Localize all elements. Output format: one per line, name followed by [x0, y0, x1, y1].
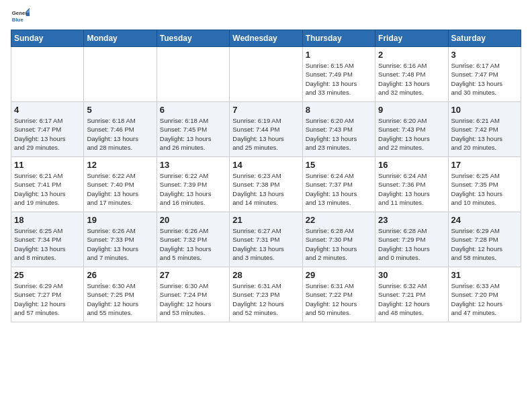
day-number: 26	[87, 270, 153, 280]
day-number: 6	[160, 105, 226, 115]
header: General Blue	[11, 7, 521, 26]
calendar-day-header: Thursday	[302, 30, 375, 47]
calendar-day-cell: 11Sunrise: 6:21 AM Sunset: 7:41 PM Dayli…	[11, 157, 84, 212]
calendar-day-cell: 16Sunrise: 6:24 AM Sunset: 7:36 PM Dayli…	[375, 157, 448, 212]
day-number: 4	[14, 105, 81, 115]
calendar-week-row: 1Sunrise: 6:15 AM Sunset: 7:49 PM Daylig…	[11, 47, 521, 102]
day-info: Sunrise: 6:21 AM Sunset: 7:42 PM Dayligh…	[451, 116, 518, 152]
day-number: 31	[451, 270, 518, 280]
calendar-day-cell: 5Sunrise: 6:18 AM Sunset: 7:46 PM Daylig…	[84, 102, 157, 157]
calendar-day-cell	[84, 47, 157, 102]
day-number: 12	[87, 160, 153, 170]
day-info: Sunrise: 6:31 AM Sunset: 7:22 PM Dayligh…	[306, 281, 372, 317]
day-info: Sunrise: 6:32 AM Sunset: 7:21 PM Dayligh…	[378, 281, 445, 317]
day-info: Sunrise: 6:17 AM Sunset: 7:47 PM Dayligh…	[451, 61, 518, 97]
day-number: 17	[451, 160, 518, 170]
calendar-day-header: Friday	[375, 30, 448, 47]
day-info: Sunrise: 6:20 AM Sunset: 7:43 PM Dayligh…	[378, 116, 445, 152]
day-number: 21	[232, 215, 299, 225]
day-info: Sunrise: 6:28 AM Sunset: 7:29 PM Dayligh…	[378, 226, 445, 262]
calendar-day-cell: 20Sunrise: 6:26 AM Sunset: 7:32 PM Dayli…	[157, 212, 229, 267]
day-number: 20	[160, 215, 226, 225]
calendar-day-cell	[157, 47, 229, 102]
day-number: 19	[87, 215, 153, 225]
calendar-day-cell: 17Sunrise: 6:25 AM Sunset: 7:35 PM Dayli…	[448, 157, 521, 212]
logo-icon: General Blue	[11, 7, 30, 26]
calendar-day-cell	[11, 47, 84, 102]
calendar-day-cell: 26Sunrise: 6:30 AM Sunset: 7:25 PM Dayli…	[84, 267, 157, 322]
calendar-day-cell: 13Sunrise: 6:22 AM Sunset: 7:39 PM Dayli…	[157, 157, 229, 212]
day-number: 16	[378, 160, 445, 170]
day-number: 25	[14, 270, 81, 280]
day-number: 15	[306, 160, 372, 170]
day-number: 8	[306, 105, 372, 115]
day-number: 10	[451, 105, 518, 115]
calendar-day-cell: 1Sunrise: 6:15 AM Sunset: 7:49 PM Daylig…	[302, 47, 375, 102]
calendar-day-cell: 23Sunrise: 6:28 AM Sunset: 7:29 PM Dayli…	[375, 212, 448, 267]
calendar-day-cell: 4Sunrise: 6:17 AM Sunset: 7:47 PM Daylig…	[11, 102, 84, 157]
day-info: Sunrise: 6:22 AM Sunset: 7:39 PM Dayligh…	[160, 171, 226, 207]
day-number: 11	[14, 160, 81, 170]
day-number: 30	[378, 270, 445, 280]
day-number: 27	[160, 270, 226, 280]
day-info: Sunrise: 6:22 AM Sunset: 7:40 PM Dayligh…	[87, 171, 153, 207]
day-info: Sunrise: 6:26 AM Sunset: 7:33 PM Dayligh…	[87, 226, 153, 262]
calendar-week-row: 18Sunrise: 6:25 AM Sunset: 7:34 PM Dayli…	[11, 212, 521, 267]
day-info: Sunrise: 6:24 AM Sunset: 7:36 PM Dayligh…	[378, 171, 445, 207]
day-info: Sunrise: 6:18 AM Sunset: 7:45 PM Dayligh…	[160, 116, 226, 152]
svg-text:Blue: Blue	[12, 17, 24, 23]
day-info: Sunrise: 6:29 AM Sunset: 7:28 PM Dayligh…	[451, 226, 518, 262]
calendar-day-cell: 19Sunrise: 6:26 AM Sunset: 7:33 PM Dayli…	[84, 212, 157, 267]
day-info: Sunrise: 6:30 AM Sunset: 7:25 PM Dayligh…	[87, 281, 153, 317]
day-info: Sunrise: 6:30 AM Sunset: 7:24 PM Dayligh…	[160, 281, 226, 317]
day-number: 3	[451, 50, 518, 60]
day-number: 7	[232, 105, 299, 115]
day-info: Sunrise: 6:33 AM Sunset: 7:20 PM Dayligh…	[451, 281, 518, 317]
calendar-day-cell: 7Sunrise: 6:19 AM Sunset: 7:44 PM Daylig…	[230, 102, 302, 157]
calendar-day-cell: 31Sunrise: 6:33 AM Sunset: 7:20 PM Dayli…	[448, 267, 521, 322]
calendar-header-row: SundayMondayTuesdayWednesdayThursdayFrid…	[11, 30, 521, 47]
calendar-week-row: 25Sunrise: 6:29 AM Sunset: 7:27 PM Dayli…	[11, 267, 521, 322]
day-number: 5	[87, 105, 153, 115]
calendar-day-cell: 22Sunrise: 6:28 AM Sunset: 7:30 PM Dayli…	[302, 212, 375, 267]
page: General Blue SundayMondayTuesdayWednesda…	[0, 0, 532, 411]
day-info: Sunrise: 6:15 AM Sunset: 7:49 PM Dayligh…	[306, 61, 372, 97]
logo: General Blue	[11, 7, 32, 26]
day-info: Sunrise: 6:16 AM Sunset: 7:48 PM Dayligh…	[378, 61, 445, 97]
calendar-day-cell	[230, 47, 302, 102]
calendar-day-header: Saturday	[448, 30, 521, 47]
day-info: Sunrise: 6:31 AM Sunset: 7:23 PM Dayligh…	[232, 281, 299, 317]
day-number: 22	[306, 215, 372, 225]
calendar-day-cell: 14Sunrise: 6:23 AM Sunset: 7:38 PM Dayli…	[230, 157, 302, 212]
calendar-day-cell: 28Sunrise: 6:31 AM Sunset: 7:23 PM Dayli…	[230, 267, 302, 322]
day-info: Sunrise: 6:19 AM Sunset: 7:44 PM Dayligh…	[232, 116, 299, 152]
day-number: 9	[378, 105, 445, 115]
calendar-day-cell: 25Sunrise: 6:29 AM Sunset: 7:27 PM Dayli…	[11, 267, 84, 322]
day-number: 29	[306, 270, 372, 280]
day-number: 2	[378, 50, 445, 60]
day-info: Sunrise: 6:17 AM Sunset: 7:47 PM Dayligh…	[14, 116, 81, 152]
calendar-day-cell: 15Sunrise: 6:24 AM Sunset: 7:37 PM Dayli…	[302, 157, 375, 212]
day-info: Sunrise: 6:25 AM Sunset: 7:35 PM Dayligh…	[451, 171, 518, 207]
day-info: Sunrise: 6:23 AM Sunset: 7:38 PM Dayligh…	[232, 171, 299, 207]
day-info: Sunrise: 6:18 AM Sunset: 7:46 PM Dayligh…	[87, 116, 153, 152]
calendar-week-row: 4Sunrise: 6:17 AM Sunset: 7:47 PM Daylig…	[11, 102, 521, 157]
calendar-day-cell: 18Sunrise: 6:25 AM Sunset: 7:34 PM Dayli…	[11, 212, 84, 267]
day-info: Sunrise: 6:24 AM Sunset: 7:37 PM Dayligh…	[306, 171, 372, 207]
calendar-day-cell: 3Sunrise: 6:17 AM Sunset: 7:47 PM Daylig…	[448, 47, 521, 102]
day-number: 23	[378, 215, 445, 225]
calendar-day-cell: 2Sunrise: 6:16 AM Sunset: 7:48 PM Daylig…	[375, 47, 448, 102]
calendar-day-header: Sunday	[11, 30, 84, 47]
day-info: Sunrise: 6:27 AM Sunset: 7:31 PM Dayligh…	[232, 226, 299, 262]
calendar-day-cell: 6Sunrise: 6:18 AM Sunset: 7:45 PM Daylig…	[157, 102, 229, 157]
calendar-day-cell: 21Sunrise: 6:27 AM Sunset: 7:31 PM Dayli…	[230, 212, 302, 267]
calendar-day-cell: 24Sunrise: 6:29 AM Sunset: 7:28 PM Dayli…	[448, 212, 521, 267]
day-info: Sunrise: 6:25 AM Sunset: 7:34 PM Dayligh…	[14, 226, 81, 262]
calendar-day-cell: 27Sunrise: 6:30 AM Sunset: 7:24 PM Dayli…	[157, 267, 229, 322]
day-info: Sunrise: 6:20 AM Sunset: 7:43 PM Dayligh…	[306, 116, 372, 152]
calendar-day-cell: 8Sunrise: 6:20 AM Sunset: 7:43 PM Daylig…	[302, 102, 375, 157]
day-number: 24	[451, 215, 518, 225]
calendar-day-cell: 30Sunrise: 6:32 AM Sunset: 7:21 PM Dayli…	[375, 267, 448, 322]
calendar-day-cell: 12Sunrise: 6:22 AM Sunset: 7:40 PM Dayli…	[84, 157, 157, 212]
day-info: Sunrise: 6:21 AM Sunset: 7:41 PM Dayligh…	[14, 171, 81, 207]
